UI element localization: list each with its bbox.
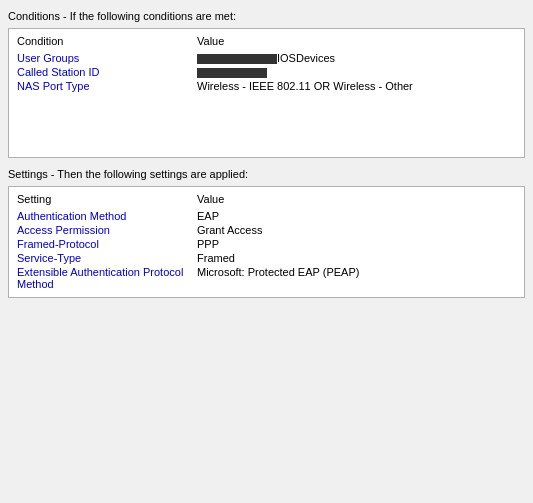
value-cell: IOSDevices [197, 51, 516, 65]
value-cell: Framed [197, 251, 516, 265]
settings-header-row: Setting Value [17, 193, 516, 209]
settings-header: Settings - Then the following settings a… [8, 166, 525, 182]
condition-cell: NAS Port Type [17, 79, 197, 93]
value-text: IOSDevices [277, 52, 335, 64]
setting-cell: Authentication Method [17, 209, 197, 223]
setting-cell: Access Permission [17, 223, 197, 237]
setting-cell: Extensible Authentication Protocol Metho… [17, 265, 197, 291]
value-cell: Grant Access [197, 223, 516, 237]
condition-col-header: Condition [17, 35, 197, 51]
settings-section: Settings - Then the following settings a… [8, 166, 525, 298]
redacted-block [197, 68, 267, 78]
value-col-header: Value [197, 193, 516, 209]
table-row: Authentication MethodEAP [17, 209, 516, 223]
table-row: Access PermissionGrant Access [17, 223, 516, 237]
condition-cell: User Groups [17, 51, 197, 65]
conditions-section: Conditions - If the following conditions… [8, 8, 525, 158]
table-row: Service-TypeFramed [17, 251, 516, 265]
setting-cell: Framed-Protocol [17, 237, 197, 251]
value-cell: EAP [197, 209, 516, 223]
conditions-table-container: Condition Value User Groups IOSDevices C… [8, 28, 525, 158]
value-cell: Microsoft: Protected EAP (PEAP) [197, 265, 516, 291]
conditions-header-row: Condition Value [17, 35, 516, 51]
table-row: Called Station ID [17, 65, 516, 79]
conditions-header: Conditions - If the following conditions… [8, 8, 525, 24]
setting-col-header: Setting [17, 193, 197, 209]
setting-cell: Service-Type [17, 251, 197, 265]
value-cell [197, 65, 516, 79]
settings-table: Setting Value Authentication MethodEAPAc… [17, 193, 516, 291]
redacted-block [197, 54, 277, 64]
value-cell: Wireless - IEEE 802.11 OR Wireless - Oth… [197, 79, 516, 93]
value-cell: PPP [197, 237, 516, 251]
settings-table-container: Setting Value Authentication MethodEAPAc… [8, 186, 525, 298]
table-row: User Groups IOSDevices [17, 51, 516, 65]
condition-cell: Called Station ID [17, 65, 197, 79]
value-col-header: Value [197, 35, 516, 51]
table-row: Extensible Authentication Protocol Metho… [17, 265, 516, 291]
table-row: Framed-ProtocolPPP [17, 237, 516, 251]
table-row: NAS Port Type Wireless - IEEE 802.11 OR … [17, 79, 516, 93]
conditions-table: Condition Value User Groups IOSDevices C… [17, 35, 516, 93]
